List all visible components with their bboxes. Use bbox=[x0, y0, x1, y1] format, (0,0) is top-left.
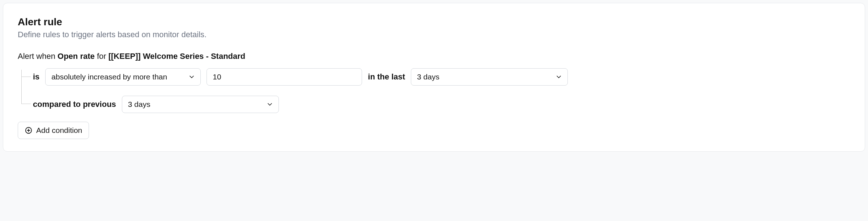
period-select[interactable]: 3 days bbox=[411, 68, 568, 86]
compared-label: compared to previous bbox=[33, 100, 116, 109]
operator-select-value: absolutely increased by more than bbox=[51, 73, 167, 81]
chevron-down-icon bbox=[188, 73, 195, 81]
period-select-value: 3 days bbox=[417, 73, 439, 81]
chevron-down-icon bbox=[555, 73, 562, 81]
section-title: Alert rule bbox=[18, 16, 850, 28]
add-condition-button[interactable]: Add condition bbox=[18, 122, 89, 139]
operator-select[interactable]: absolutely increased by more than bbox=[45, 68, 201, 86]
value-input[interactable] bbox=[213, 69, 356, 85]
tree-line-h2 bbox=[21, 104, 31, 104]
when-mid: for bbox=[95, 52, 109, 61]
previous-period-select[interactable]: 3 days bbox=[122, 96, 279, 113]
add-condition-label: Add condition bbox=[36, 126, 82, 135]
when-prefix: Alert when bbox=[18, 52, 58, 61]
is-label: is bbox=[33, 72, 39, 82]
alert-when-line: Alert when Open rate for [[KEEP]] Welcom… bbox=[18, 52, 850, 61]
tree-line-h1 bbox=[21, 77, 31, 77]
alert-rule-card: Alert rule Define rules to trigger alert… bbox=[3, 3, 865, 152]
value-input-wrapper bbox=[207, 68, 362, 86]
condition-row-2: compared to previous 3 days bbox=[33, 96, 850, 113]
metric-name: Open rate bbox=[58, 52, 95, 61]
condition-row-1: is absolutely increased by more than in … bbox=[33, 68, 850, 86]
chevron-down-icon bbox=[266, 101, 273, 108]
plus-circle-icon bbox=[25, 126, 33, 134]
target-name: [[KEEP]] Welcome Series - Standard bbox=[109, 52, 246, 61]
previous-period-value: 3 days bbox=[128, 100, 150, 109]
conditions-block: is absolutely increased by more than in … bbox=[18, 68, 850, 113]
section-subtitle: Define rules to trigger alerts based on … bbox=[18, 30, 850, 39]
tree-line-vertical bbox=[21, 70, 22, 104]
in-the-last-label: in the last bbox=[368, 72, 405, 82]
